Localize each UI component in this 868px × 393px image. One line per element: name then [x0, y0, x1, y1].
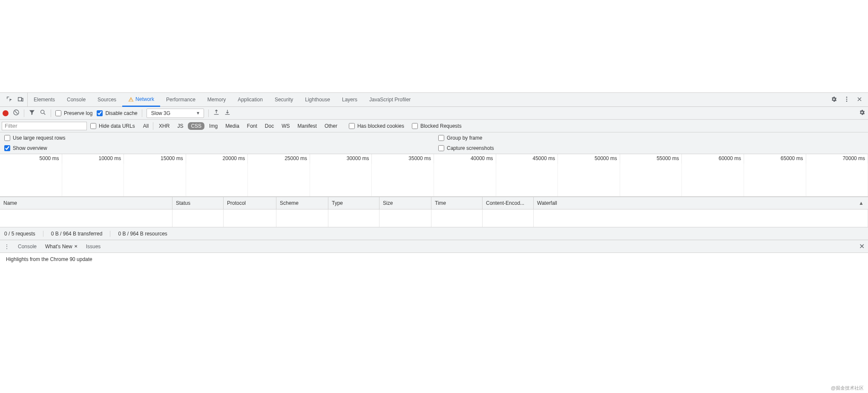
- tab-javascript-profiler[interactable]: JavaScript Profiler: [363, 93, 417, 106]
- network-status-bar: 0 / 5 requests 0 B / 964 B transferred 0…: [0, 227, 868, 240]
- timeline-tick: 40000 ms: [434, 154, 496, 164]
- show-overview-checkbox[interactable]: Show overview: [4, 145, 430, 151]
- filter-type-font[interactable]: Font: [244, 122, 260, 130]
- timeline-tick: 15000 ms: [124, 154, 186, 164]
- timeline-tick: 30000 ms: [310, 154, 372, 164]
- throttling-select[interactable]: Slow 3G ▼: [147, 109, 204, 118]
- has-blocked-cookies-label: Has blocked cookies: [357, 123, 404, 129]
- tab-network[interactable]: Network: [122, 93, 160, 107]
- col-content-encoding[interactable]: Content-Encod...: [483, 197, 534, 209]
- status-requests: 0 / 5 requests: [4, 231, 43, 237]
- timeline-tick: 20000 ms: [186, 154, 248, 164]
- use-large-rows-label: Use large request rows: [13, 135, 65, 141]
- network-toolbar: Preserve log Disable cache Slow 3G ▼: [0, 107, 868, 120]
- tab-console[interactable]: Console: [61, 93, 92, 106]
- filter-type-manifest[interactable]: Manifest: [295, 122, 320, 130]
- timeline-tick: 65000 ms: [744, 154, 806, 164]
- col-status[interactable]: Status: [172, 197, 224, 209]
- requests-table-header: Name Status Protocol Scheme Type Size Ti…: [0, 197, 868, 209]
- inspect-element-icon[interactable]: [6, 96, 13, 104]
- use-large-rows-checkbox[interactable]: Use large request rows: [4, 135, 430, 141]
- timeline-tick: 5000 ms: [0, 154, 62, 164]
- record-button-icon[interactable]: [3, 110, 9, 116]
- toggle-device-icon[interactable]: [17, 96, 24, 104]
- svg-point-0: [846, 97, 848, 98]
- preserve-log-checkbox[interactable]: Preserve log: [55, 110, 92, 116]
- filter-type-js[interactable]: JS: [174, 122, 186, 130]
- tab-memory[interactable]: Memory: [201, 93, 232, 106]
- filter-type-other[interactable]: Other: [322, 122, 340, 130]
- network-filter-row: Hide data URLs AllXHRJSCSSImgMediaFontDo…: [0, 120, 868, 132]
- filter-type-doc[interactable]: Doc: [262, 122, 277, 130]
- search-icon[interactable]: [40, 109, 46, 117]
- close-tab-icon[interactable]: ✕: [74, 244, 78, 249]
- timeline-overview[interactable]: 5000 ms10000 ms15000 ms20000 ms25000 ms3…: [0, 154, 868, 197]
- capture-screenshots-checkbox[interactable]: Capture screenshots: [438, 145, 864, 151]
- col-size[interactable]: Size: [379, 197, 431, 209]
- drawer-tab-what-s-new[interactable]: What's New✕: [45, 244, 78, 250]
- hide-data-urls-checkbox[interactable]: Hide data URLs: [90, 123, 135, 129]
- clear-icon[interactable]: [13, 109, 20, 117]
- timeline-tick: 25000 ms: [248, 154, 310, 164]
- capture-screenshots-label: Capture screenshots: [447, 145, 494, 151]
- sort-asc-icon: ▲: [859, 200, 864, 206]
- disable-cache-checkbox[interactable]: Disable cache: [97, 110, 137, 116]
- drawer-content: Highlights from the Chrome 90 update: [0, 253, 868, 272]
- col-protocol[interactable]: Protocol: [224, 197, 276, 209]
- filter-type-all[interactable]: All: [140, 122, 153, 130]
- tab-performance[interactable]: Performance: [160, 93, 201, 106]
- group-by-frame-label: Group by frame: [447, 135, 482, 141]
- network-settings-icon[interactable]: [859, 109, 865, 117]
- timeline-tick: 70000 ms: [806, 154, 868, 164]
- chevron-down-icon: ▼: [196, 111, 200, 115]
- svg-point-1: [846, 98, 848, 100]
- drawer-close-icon[interactable]: ✕: [859, 242, 865, 250]
- drawer-tab-issues[interactable]: Issues: [86, 244, 101, 250]
- group-by-frame-checkbox[interactable]: Group by frame: [438, 135, 864, 141]
- col-scheme[interactable]: Scheme: [276, 197, 328, 209]
- requests-table-body: [0, 209, 868, 227]
- blocked-requests-label: Blocked Requests: [420, 123, 462, 129]
- preserve-log-label: Preserve log: [64, 110, 92, 116]
- timeline-tick: 45000 ms: [496, 154, 558, 164]
- filter-type-media[interactable]: Media: [222, 122, 242, 130]
- status-resources: 0 B / 964 B resources: [118, 231, 167, 237]
- more-menu-icon[interactable]: [843, 96, 850, 104]
- warning-icon: [128, 97, 134, 102]
- timeline-tick: 55000 ms: [620, 154, 682, 164]
- throttling-value: Slow 3G: [151, 110, 170, 116]
- drawer-more-icon[interactable]: ⋮: [3, 244, 10, 250]
- col-name[interactable]: Name: [0, 197, 172, 209]
- filter-type-xhr[interactable]: XHR: [156, 122, 172, 130]
- tab-lighthouse[interactable]: Lighthouse: [299, 93, 336, 106]
- tab-sources[interactable]: Sources: [92, 93, 122, 106]
- timeline-tick: 35000 ms: [372, 154, 434, 164]
- filter-funnel-icon[interactable]: [29, 109, 35, 117]
- network-view-settings: Use large request rows Show overview Gro…: [0, 132, 868, 154]
- settings-gear-icon[interactable]: [831, 96, 837, 104]
- blocked-requests-checkbox[interactable]: Blocked Requests: [412, 123, 462, 129]
- filter-input[interactable]: [2, 122, 87, 130]
- tab-application[interactable]: Application: [232, 93, 269, 106]
- filter-type-css[interactable]: CSS: [188, 122, 204, 130]
- col-waterfall[interactable]: Waterfall▲: [534, 197, 868, 209]
- col-type[interactable]: Type: [328, 197, 379, 209]
- drawer-tab-console[interactable]: Console: [18, 244, 37, 250]
- tab-elements[interactable]: Elements: [28, 93, 61, 106]
- tab-security[interactable]: Security: [269, 93, 299, 106]
- filter-type-img[interactable]: Img: [206, 122, 221, 130]
- close-devtools-icon[interactable]: [856, 96, 863, 104]
- timeline-tick: 60000 ms: [682, 154, 744, 164]
- tab-layers[interactable]: Layers: [336, 93, 363, 106]
- filter-type-ws[interactable]: WS: [279, 122, 293, 130]
- devtools-main-tabs: ElementsConsoleSourcesNetworkPerformance…: [0, 92, 868, 107]
- svg-point-4: [41, 110, 44, 114]
- export-har-icon[interactable]: [224, 109, 231, 117]
- disable-cache-label: Disable cache: [105, 110, 137, 116]
- has-blocked-cookies-checkbox[interactable]: Has blocked cookies: [349, 123, 404, 129]
- hide-data-urls-label: Hide data URLs: [99, 123, 135, 129]
- col-time[interactable]: Time: [431, 197, 483, 209]
- page-content-area: [0, 0, 868, 92]
- import-har-icon[interactable]: [213, 109, 220, 117]
- svg-point-2: [846, 100, 848, 102]
